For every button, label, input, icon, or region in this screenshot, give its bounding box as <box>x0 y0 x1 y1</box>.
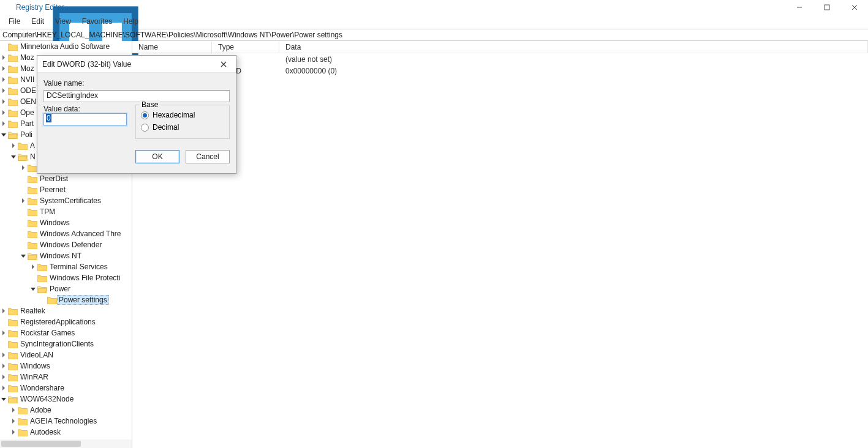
value-row[interactable]: WORD0x00000000 (0) <box>132 65 868 77</box>
tree-item-label: Windows <box>39 218 70 227</box>
menu-edit[interactable]: Edit <box>26 16 49 27</box>
tree-item-label: Windows Defender <box>39 241 102 249</box>
chevron-right-icon[interactable] <box>20 197 27 204</box>
chevron-down-icon[interactable] <box>10 153 17 160</box>
value-data-field[interactable]: 0 <box>43 113 127 125</box>
chevron-right-icon[interactable] <box>0 54 7 61</box>
window-titlebar: Registry Editor <box>0 0 868 14</box>
chevron-right-icon[interactable] <box>0 373 7 381</box>
chevron-right-icon[interactable] <box>10 417 17 425</box>
chevron-down-icon[interactable] <box>0 131 7 138</box>
folder-icon <box>28 164 37 172</box>
folder-icon <box>8 318 18 326</box>
tree-item[interactable]: Terminal Services <box>0 261 132 272</box>
chevron-right-icon[interactable] <box>0 329 7 337</box>
value-cell-data: 0x00000000 (0) <box>279 67 868 75</box>
window-maximize-button[interactable] <box>813 0 840 14</box>
value-row[interactable]: (value not set) <box>132 53 868 65</box>
ok-button[interactable]: OK <box>135 150 179 163</box>
tree-horizontal-scrollbar[interactable] <box>0 439 132 448</box>
chevron-right-icon[interactable] <box>0 76 7 83</box>
column-data[interactable]: Data <box>279 41 868 53</box>
dialog-close-button[interactable] <box>215 58 232 70</box>
tree-item[interactable]: Power settings <box>0 294 132 305</box>
chevron-right-icon[interactable] <box>10 142 17 149</box>
window-close-button[interactable] <box>840 0 868 14</box>
tree-item[interactable]: RegisteredApplications <box>0 316 132 327</box>
expander-spacer <box>0 340 7 348</box>
tree-item-label: A <box>29 141 36 150</box>
tree-item-label: Windows NT <box>39 252 82 260</box>
tree-item[interactable]: Windows Defender <box>0 239 132 250</box>
tree-item[interactable]: Windows <box>0 217 132 228</box>
menu-favorites[interactable]: Favorites <box>77 16 117 27</box>
chevron-right-icon[interactable] <box>0 362 7 370</box>
expander-spacer <box>20 241 27 248</box>
chevron-right-icon[interactable] <box>0 384 7 392</box>
chevron-right-icon[interactable] <box>0 65 7 72</box>
chevron-right-icon[interactable] <box>0 351 7 359</box>
column-type[interactable]: Type <box>212 41 279 53</box>
tree-item-label: Moz <box>20 53 35 62</box>
chevron-right-icon[interactable] <box>0 87 7 94</box>
tree-item-label: NVII <box>20 75 35 84</box>
cancel-button[interactable]: Cancel <box>186 150 230 163</box>
tree-item[interactable]: WOW6432Node <box>0 394 132 405</box>
chevron-right-icon[interactable] <box>0 120 7 127</box>
tree-item[interactable]: TPM <box>0 206 132 217</box>
dialog-titlebar[interactable]: Edit DWORD (32-bit) Value <box>37 56 236 73</box>
chevron-right-icon[interactable] <box>20 164 27 171</box>
tree-item[interactable]: Windows File Protecti <box>0 272 132 283</box>
menu-file[interactable]: File <box>4 16 25 27</box>
tree-item[interactable]: Windows <box>0 360 132 371</box>
radio-hex-label: Hexadecimal <box>153 111 195 119</box>
radio-decimal[interactable]: Decimal <box>141 121 224 133</box>
tree-item[interactable]: SyncIntegrationClients <box>0 338 132 349</box>
folder-open-icon <box>28 252 37 260</box>
values-list[interactable]: (value not set)WORD0x00000000 (0) <box>132 53 868 77</box>
tree-item-label: WOW6432Node <box>20 395 74 403</box>
folder-icon <box>8 76 18 84</box>
chevron-right-icon[interactable] <box>0 98 7 105</box>
radio-hexadecimal[interactable]: Hexadecimal <box>141 109 224 121</box>
folder-icon <box>28 175 37 183</box>
menu-help[interactable]: Help <box>118 16 143 27</box>
chevron-down-icon[interactable] <box>20 252 27 259</box>
tree-item[interactable]: AGEIA Technologies <box>0 416 132 427</box>
folder-icon <box>8 65 18 73</box>
folder-icon <box>8 351 18 359</box>
tree-item[interactable]: PeerDist <box>0 173 132 184</box>
chevron-right-icon[interactable] <box>29 263 37 271</box>
tree-item[interactable]: Wondershare <box>0 383 132 394</box>
tree-item[interactable]: Realtek <box>0 305 132 316</box>
chevron-right-icon[interactable] <box>10 428 17 436</box>
value-name-field[interactable]: DCSettingIndex <box>43 90 230 102</box>
window-minimize-button[interactable] <box>785 0 813 14</box>
tree-item[interactable]: Minnetonka Audio Software <box>0 41 132 52</box>
tree-item-label: Moz <box>20 64 35 73</box>
tree-item[interactable]: WinRAR <box>0 371 132 383</box>
column-name[interactable]: Name <box>132 41 212 53</box>
tree-item-label: Adobe <box>29 406 52 414</box>
tree-item[interactable]: Windows Advanced Thre <box>0 228 132 239</box>
tree-item[interactable]: VideoLAN <box>0 349 132 360</box>
scrollbar-thumb[interactable] <box>1 441 81 447</box>
chevron-right-icon[interactable] <box>10 406 17 414</box>
tree-item[interactable]: Adobe <box>0 405 132 416</box>
folder-icon <box>18 142 28 150</box>
chevron-right-icon[interactable] <box>0 109 7 116</box>
tree-item[interactable]: Windows NT <box>0 250 132 261</box>
menu-view[interactable]: View <box>50 16 76 27</box>
tree-item[interactable]: Power <box>0 283 132 294</box>
tree-item[interactable]: Autodesk <box>0 427 132 438</box>
chevron-down-icon[interactable] <box>29 285 37 293</box>
chevron-right-icon[interactable] <box>0 307 7 315</box>
tree-item-label: Power settings <box>57 295 109 305</box>
chevron-down-icon[interactable] <box>0 395 7 403</box>
tree-item[interactable]: Rockstar Games <box>0 327 132 338</box>
tree-item[interactable]: SystemCertificates <box>0 195 132 206</box>
tree-item[interactable]: Peernet <box>0 184 132 195</box>
folder-open-icon <box>37 285 47 293</box>
expander-spacer <box>0 318 7 326</box>
folder-icon <box>37 263 47 271</box>
